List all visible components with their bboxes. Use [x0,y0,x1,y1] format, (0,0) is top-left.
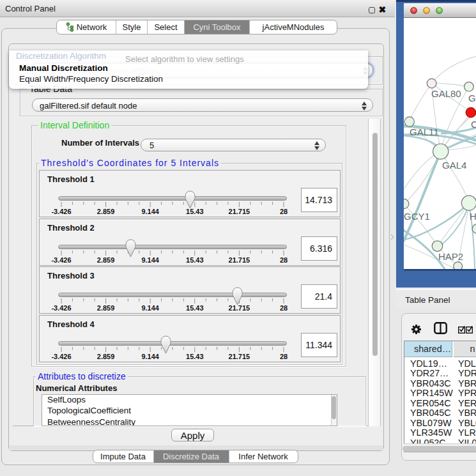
svg-text:-3.426: -3.426 [51,256,71,264]
svg-text:GCY1: GCY1 [404,211,430,222]
svg-text:28: 28 [280,256,288,264]
svg-text:2.859: 2.859 [97,256,115,264]
svg-text:2.859: 2.859 [97,353,115,360]
svg-text:2.859: 2.859 [97,208,115,215]
svg-text:15.43: 15.43 [186,304,204,312]
svg-text:9.144: 9.144 [141,256,159,264]
svg-text:9.144: 9.144 [141,208,159,215]
svg-text:28: 28 [280,304,288,312]
svg-text:28: 28 [280,208,288,215]
svg-text:2.859: 2.859 [97,304,115,312]
svg-text:C: C [471,119,476,130]
svg-text:GAL4: GAL4 [442,160,466,171]
svg-text:21.715: 21.715 [229,256,250,264]
svg-text:-3.426: -3.426 [51,304,71,312]
svg-text:-3.426: -3.426 [51,208,71,215]
svg-text:GAL80: GAL80 [431,88,461,99]
svg-text:15.43: 15.43 [186,256,204,264]
svg-text:21.715: 21.715 [229,353,250,360]
svg-text:G: G [468,93,476,104]
svg-text:9.144: 9.144 [141,353,159,360]
svg-text:28: 28 [280,353,288,360]
svg-text:HAP2: HAP2 [438,251,463,262]
svg-text:H: H [470,211,476,222]
svg-text:GAL11: GAL11 [410,127,439,137]
svg-text:15.43: 15.43 [186,353,204,360]
svg-text:9.144: 9.144 [141,304,159,312]
svg-text:-3.426: -3.426 [51,353,71,360]
svg-text:21.715: 21.715 [229,208,250,215]
